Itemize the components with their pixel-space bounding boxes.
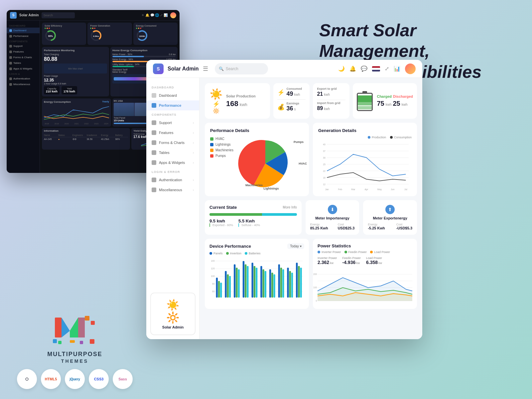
hero-title: Smart Solar Management, [319, 21, 430, 61]
tables-nav-arrow: › [193, 151, 194, 155]
sidebar-widget-text: Solar Admin [156, 325, 190, 329]
dark-sidebar-icon-forms [9, 56, 12, 59]
light-section-login: LOGIN & ERROR [146, 168, 199, 175]
earnings-row: 💰 Earnings 36 s [277, 102, 306, 112]
dark-cap-val-capacity: 210 kwh [46, 90, 58, 93]
light-nav-item-apps[interactable]: Apps & Widgets › [146, 158, 199, 168]
svg-text:100: 100 [313, 286, 317, 289]
svg-rect-66 [291, 273, 293, 298]
dot-high [45, 28, 46, 29]
generation-details-card: Generation Details Production Consumptio… [313, 123, 417, 196]
light-nav-item-dashboard[interactable]: Dashboard [146, 90, 199, 100]
fullscreen-icon[interactable]: ⤢ [385, 66, 389, 72]
meter-export-card: ⬆ Meter Exportenergy Energy -5.25 Kwh Co… [363, 200, 417, 235]
svg-rect-65 [289, 271, 291, 298]
gen-legend: Production Consumption [318, 136, 412, 139]
device-legend: Panels Invertion Batteries [209, 252, 304, 255]
svg-text:22: 22 [323, 170, 326, 173]
light-section-dashboard: DASHBOARD [146, 83, 199, 90]
power-feedin-label: Feedin Power [342, 256, 361, 260]
current-state-values: 9.5 kwh ▎ Exported - 60% 5.5 Kwh ▎ Selfu… [209, 218, 297, 227]
earnings-value: 36 [287, 105, 293, 112]
dashboard-nav-icon [152, 93, 156, 98]
flag-icon[interactable] [372, 66, 380, 71]
multipurpose-sub: THEMES [10, 358, 140, 364]
light-search[interactable]: 🔍 Search [215, 63, 268, 74]
light-nav-item-auth[interactable]: Authentication › [146, 175, 199, 185]
svg-text:6.5Kw: 6.5Kw [93, 35, 99, 37]
light-topbar: S Solar Admin ☰ 🔍 Search 🌙 🔔 💬 ⤢ 📊 [146, 60, 422, 78]
dark-sidebar: DASHBOARD Dashboard Performance COMPONEN… [7, 21, 40, 173]
export-label: Export to grid [317, 87, 345, 90]
svg-rect-63 [282, 269, 284, 298]
today-btn[interactable]: Today ▾ [287, 243, 304, 249]
earnings-icon: 💰 [277, 103, 285, 111]
light-nav-item-features[interactable]: Features › [146, 128, 199, 138]
battery-fill-top [358, 106, 372, 109]
meter-import-energy-val: 85.25 Kwh [310, 226, 328, 230]
meter-export-energy: Energy -5.25 Kwh [368, 223, 385, 230]
power-inverter-num-row: 2.362 kw [318, 260, 337, 265]
misc-nav-arrow: › [193, 188, 194, 192]
svg-rect-41 [218, 281, 220, 298]
dark-sidebar-item-features[interactable]: Features [7, 49, 40, 55]
svg-text:25: 25 [323, 163, 326, 166]
power-inverter-unit: kw [330, 261, 333, 265]
css3-logo: CSS3 [89, 369, 109, 389]
dark-search[interactable]: Search [42, 12, 75, 18]
device-chart-area: 140 120 100 80 60 [209, 258, 304, 301]
svg-text:60: 60 [212, 290, 215, 293]
pie-label-pumps: Pumps [294, 140, 304, 144]
topbar-icons: 🌙 🔔 💬 ⤢ 📊 [338, 64, 416, 74]
multipurpose-name: MULTIPURPOSE [10, 351, 140, 358]
light-logo-icon: S [153, 64, 164, 74]
import-val-row: 89 kwh [317, 105, 345, 111]
svg-rect-89 [58, 341, 62, 344]
dot-mod-power [92, 28, 93, 29]
dark-progress-fill-meter-power [112, 56, 144, 57]
dark-sidebar-item-misc[interactable]: Miscellaneous [7, 81, 40, 87]
more-info-btn[interactable]: More Info [283, 205, 297, 209]
dark-sidebar-item-forms[interactable]: Forms & Charts [7, 55, 40, 60]
dark-sidebar-label-misc: Miscellaneous [13, 83, 30, 86]
dark-sidebar-item-tables[interactable]: Tables [7, 60, 40, 66]
hamburger-icon[interactable]: ☰ [203, 65, 208, 72]
dark-sidebar-item-performance[interactable]: Performance [7, 33, 40, 39]
meter-export-cost-label: Cost [396, 223, 412, 226]
tech-logos-row: ⬡ HTML5 jQuery CSS3 Sass [10, 369, 140, 389]
dot-low-power [94, 28, 95, 29]
dot-high-power [90, 28, 91, 29]
light-nav-item-misc[interactable]: Miscellaneous › [146, 185, 199, 195]
pie-chart-svg [239, 137, 292, 190]
settings-icon[interactable]: 📊 [394, 66, 400, 72]
dark-sidebar-label-auth: Authentication [13, 77, 30, 80]
dark-sidebar-item-support[interactable]: Support [7, 43, 40, 49]
light-nav-item-support[interactable]: Support › [146, 118, 199, 128]
moon-icon[interactable]: 🌙 [338, 66, 345, 72]
light-nav-item-performance[interactable]: Performance [146, 100, 199, 110]
dark-sidebar-item-auth[interactable]: Authentication [7, 76, 40, 81]
import-val: 89 [317, 105, 323, 111]
svg-rect-51 [247, 266, 248, 298]
dark-sidebar-item-apps[interactable]: Apps & Widgets [7, 66, 40, 71]
cs-label2: ▎ Selfuse - 40% [238, 223, 260, 227]
legend-label-hvac: HVAC [215, 137, 224, 141]
dashboard-nav-label: Dashboard [159, 93, 177, 97]
dark-sidebar-icon-dashboard [9, 29, 12, 32]
current-state-bar [209, 213, 297, 216]
light-nav-item-tables[interactable]: Tables › [146, 148, 199, 158]
dark-cap-label-capacity: Capacity [46, 87, 58, 90]
avatar[interactable] [405, 64, 416, 74]
dark-sidebar-item-dashboard[interactable]: Dashboard [7, 28, 40, 33]
light-nav-item-forms[interactable]: Forms & Charts › [146, 138, 199, 148]
dark-yield-item: Yield 178 kwh [62, 86, 77, 94]
performance-details-content: HVAC Lightnings Machineries [210, 137, 304, 190]
bell-icon[interactable]: 🔔 [349, 66, 356, 72]
legend-dot-machineries [210, 149, 213, 152]
chat-icon[interactable]: 💬 [361, 66, 367, 72]
power-load-num: 6.358 [366, 260, 378, 265]
dark-stat-label-efficiency: Solar Efficiency [45, 25, 83, 27]
solar-title: Solar Production [226, 94, 256, 98]
power-feedin-num: -4.936 [342, 260, 356, 265]
power-legend-inverter: Inverter Power [318, 250, 341, 254]
